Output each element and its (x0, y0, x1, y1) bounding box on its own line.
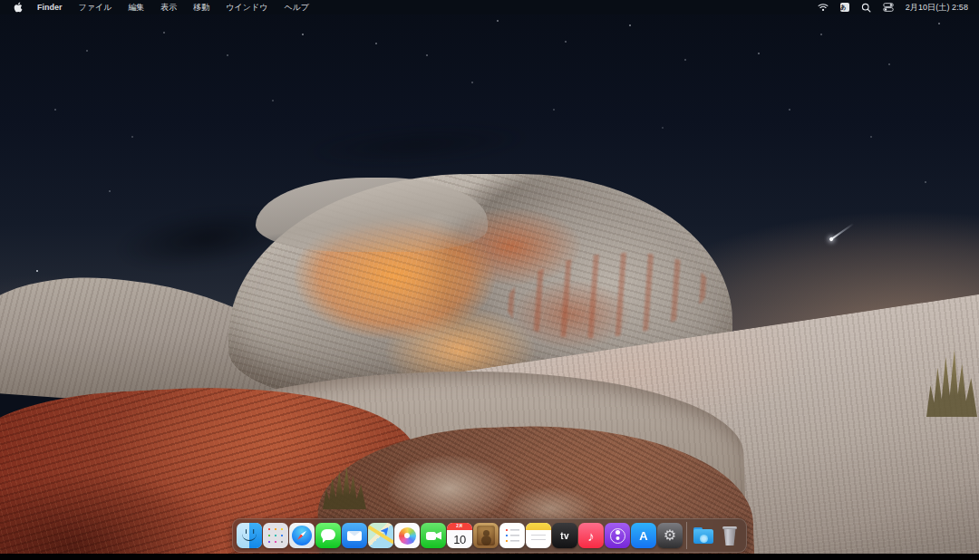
app-store-a-icon: A (639, 529, 647, 543)
control-center-icon[interactable] (883, 2, 894, 13)
menubar-clock[interactable]: 2月10日(土) 2:58 (906, 2, 968, 14)
apple-logo-icon (14, 2, 23, 13)
dock: 2月 10 tv ♪ A ⚙ (232, 518, 747, 553)
dock-item-app-store[interactable]: A (631, 523, 656, 548)
menu-go[interactable]: 移動 (185, 0, 218, 14)
wifi-icon[interactable] (818, 3, 829, 12)
finder-face-icon (246, 529, 247, 534)
menu-window[interactable]: ウインドウ (218, 0, 276, 14)
dock-item-launchpad[interactable] (263, 523, 288, 548)
menu-help[interactable]: ヘルプ (276, 0, 317, 14)
dock-item-maps[interactable] (368, 523, 393, 548)
menu-file[interactable]: ファイル (71, 0, 121, 14)
dock-item-calendar[interactable]: 2月 10 (447, 523, 472, 548)
tv-logo: tv (560, 531, 569, 541)
dock-item-downloads-folder[interactable] (691, 523, 716, 548)
dock-item-music[interactable]: ♪ (578, 523, 604, 548)
music-note-icon: ♪ (587, 529, 595, 543)
app-menu-finder[interactable]: Finder (29, 0, 71, 14)
desktop: Finder ファイル 編集 表示 移動 ウインドウ ヘルプ あ (0, 0, 979, 560)
dock-item-mail[interactable] (342, 523, 367, 548)
dock-item-trash[interactable] (717, 523, 742, 548)
menu-edit[interactable]: 編集 (120, 0, 152, 14)
dock-item-photos[interactable] (394, 523, 420, 548)
calendar-day-number: 10 (447, 530, 472, 548)
menu-bar: Finder ファイル 編集 表示 移動 ウインドウ ヘルプ あ (0, 0, 979, 14)
dock-item-system-settings[interactable]: ⚙ (657, 523, 683, 548)
dock-item-finder[interactable] (237, 523, 262, 548)
trash-icon (722, 526, 737, 529)
menu-view[interactable]: 表示 (152, 0, 185, 14)
ime-input-icon[interactable]: あ (840, 3, 849, 12)
dock-item-reminders[interactable] (499, 523, 525, 548)
wallpaper (0, 0, 979, 560)
menu-bar-status: あ 2月10日(土) 2:58 (818, 2, 979, 14)
dock-item-podcasts[interactable] (605, 523, 630, 548)
dock-divider (686, 522, 687, 549)
spotlight-search-icon[interactable] (861, 3, 871, 13)
gear-icon: ⚙ (664, 528, 676, 543)
pale-rock-patch (388, 456, 510, 521)
dock-item-safari[interactable] (289, 523, 315, 548)
dock-item-contacts[interactable] (473, 523, 499, 548)
apple-menu[interactable] (7, 2, 29, 13)
dock-item-tv[interactable]: tv (552, 523, 577, 548)
dock-item-facetime[interactable] (421, 523, 446, 548)
dock-item-messages[interactable] (315, 523, 341, 548)
black-letterbox-bar (0, 554, 979, 560)
calendar-month-band: 2月 (447, 523, 472, 530)
dock-item-notes[interactable] (526, 523, 551, 548)
menu-bar-left: Finder ファイル 編集 表示 移動 ウインドウ ヘルプ (0, 0, 317, 14)
